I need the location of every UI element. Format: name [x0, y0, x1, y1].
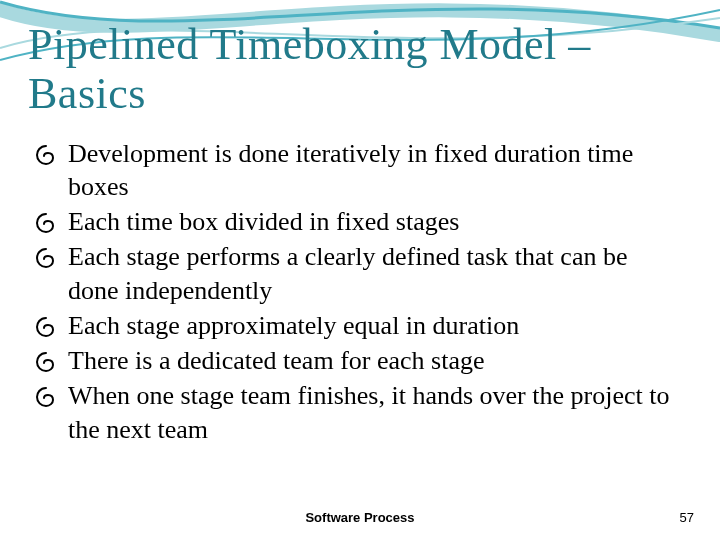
list-item: There is a dedicated team for each stage	[34, 344, 682, 377]
list-item: Each time box divided in fixed stages	[34, 205, 682, 238]
list-item: Each stage approximately equal in durati…	[34, 309, 682, 342]
list-item-text: Development is done iteratively in fixed…	[68, 139, 633, 201]
swirl-icon	[34, 245, 58, 269]
swirl-icon	[34, 349, 58, 373]
page-title: Pipelined Timeboxing Model – Basics	[28, 20, 692, 119]
footer-text: Software Process	[0, 510, 720, 525]
content-area: Pipelined Timeboxing Model – Basics Deve…	[0, 0, 720, 446]
page-number: 57	[680, 510, 694, 525]
swirl-icon	[34, 210, 58, 234]
swirl-icon	[34, 142, 58, 166]
list-item: Development is done iteratively in fixed…	[34, 137, 682, 204]
list-item-text: When one stage team finishes, it hands o…	[68, 381, 669, 443]
slide: Pipelined Timeboxing Model – Basics Deve…	[0, 0, 720, 540]
bullet-list: Development is done iteratively in fixed…	[28, 137, 692, 446]
list-item: Each stage performs a clearly defined ta…	[34, 240, 682, 307]
list-item-text: Each stage performs a clearly defined ta…	[68, 242, 627, 304]
list-item-text: There is a dedicated team for each stage	[68, 346, 485, 375]
list-item-text: Each stage approximately equal in durati…	[68, 311, 519, 340]
list-item: When one stage team finishes, it hands o…	[34, 379, 682, 446]
swirl-icon	[34, 314, 58, 338]
list-item-text: Each time box divided in fixed stages	[68, 207, 459, 236]
swirl-icon	[34, 384, 58, 408]
